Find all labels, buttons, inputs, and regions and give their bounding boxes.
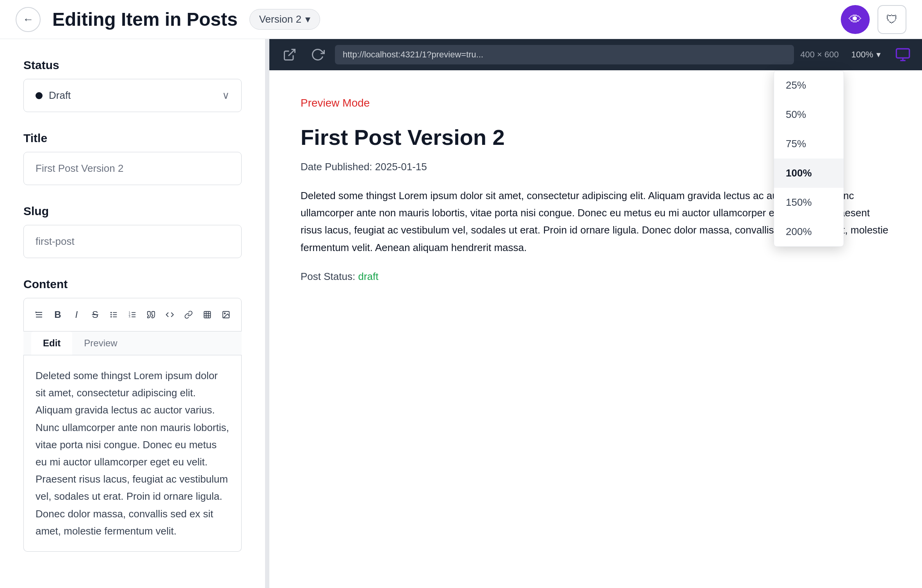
- title-value: First Post Version 2: [36, 162, 123, 175]
- browser-open-icon[interactable]: [279, 44, 301, 66]
- toolbar-table-icon[interactable]: [200, 305, 215, 325]
- zoom-option-200[interactable]: 200%: [774, 217, 844, 246]
- toolbar-bold-icon[interactable]: B: [50, 305, 65, 325]
- toolbar-strikethrough-icon[interactable]: S: [88, 305, 103, 325]
- zoom-arrow-icon: ▾: [876, 50, 881, 60]
- back-arrow-icon: ←: [23, 13, 34, 26]
- editor-container: B I S 1.2.3.: [23, 298, 242, 552]
- toolbar-blockquote-icon[interactable]: [144, 305, 158, 325]
- toolbar-link-icon[interactable]: [181, 305, 196, 325]
- version-arrow-icon: ▾: [305, 13, 310, 25]
- toolbar-ordered-list-icon[interactable]: 1.2.3.: [125, 305, 140, 325]
- preview-toggle-button[interactable]: 👁: [841, 5, 870, 34]
- slug-field-group: Slug first-post: [23, 205, 242, 258]
- toolbar-text-icon[interactable]: [32, 305, 46, 325]
- zoom-dropdown: 25% 50% 75% 100% 150% 200%: [774, 70, 844, 247]
- browser-dimensions: 400 × 600: [800, 50, 838, 60]
- browser-refresh-icon[interactable]: [307, 44, 329, 66]
- shield-button[interactable]: 🛡: [878, 5, 906, 34]
- slug-input[interactable]: first-post: [23, 225, 242, 258]
- content-field-group: Content B I S 1.2.3.: [23, 278, 242, 552]
- preview-status: Post Status: draft: [301, 268, 891, 285]
- svg-rect-20: [896, 49, 909, 58]
- version-label: Version 2: [259, 13, 301, 25]
- page-title: Editing Item in Posts: [52, 9, 238, 30]
- preview-status-value: draft: [358, 271, 378, 282]
- editor-tabs: Edit Preview: [23, 331, 242, 355]
- left-panel: Status Draft ∨ Title First Post Version …: [0, 39, 265, 588]
- title-field-group: Title First Post Version 2: [23, 132, 242, 185]
- version-selector[interactable]: Version 2 ▾: [249, 9, 320, 30]
- title-label: Title: [23, 132, 242, 145]
- svg-point-18: [224, 313, 225, 314]
- toolbar-code-icon[interactable]: [162, 305, 177, 325]
- zoom-option-50[interactable]: 50%: [774, 100, 844, 129]
- editor-toolbar: B I S 1.2.3.: [23, 298, 242, 331]
- right-panel: http://localhost:4321/1?preview=tru... 4…: [269, 39, 922, 588]
- back-button[interactable]: ←: [16, 7, 41, 32]
- content-editor[interactable]: Deleted some thingst Lorem ipsum dolor s…: [23, 355, 242, 552]
- svg-text:3.: 3.: [129, 315, 131, 318]
- browser-zoom-selector[interactable]: 100% ▾: [845, 46, 887, 64]
- status-field-group: Status Draft ∨: [23, 59, 242, 112]
- preview-status-label: Post Status:: [301, 271, 355, 282]
- header-actions: 👁 🛡: [841, 5, 906, 34]
- zoom-option-100[interactable]: 100%: [774, 159, 844, 188]
- zoom-value: 100%: [851, 50, 873, 60]
- svg-point-4: [110, 314, 112, 315]
- browser-layout-icon[interactable]: [893, 45, 913, 64]
- status-left: Draft: [36, 89, 71, 102]
- svg-line-19: [288, 50, 295, 56]
- content-body-text: Deleted some thingst Lorem ipsum dolor s…: [36, 370, 229, 537]
- tab-edit[interactable]: Edit: [31, 331, 72, 355]
- panel-divider: [265, 39, 269, 588]
- status-label: Status: [23, 59, 242, 72]
- preview-date-label: Date Published:: [301, 161, 372, 173]
- toolbar-italic-icon[interactable]: I: [69, 305, 84, 325]
- title-input[interactable]: First Post Version 2: [23, 152, 242, 185]
- slug-value: first-post: [36, 235, 75, 248]
- toolbar-bullet-list-icon[interactable]: [107, 305, 121, 325]
- browser-url-bar[interactable]: http://localhost:4321/1?preview=tru...: [335, 45, 794, 64]
- svg-rect-12: [204, 312, 211, 318]
- status-dropdown[interactable]: Draft ∨: [23, 79, 242, 112]
- svg-point-5: [110, 316, 112, 318]
- content-label: Content: [23, 278, 242, 291]
- main-layout: Status Draft ∨ Title First Post Version …: [0, 39, 922, 588]
- header: ← Editing Item in Posts Version 2 ▾ 👁 🛡: [0, 0, 922, 39]
- toolbar-image-icon[interactable]: [219, 305, 233, 325]
- tab-preview[interactable]: Preview: [72, 331, 129, 355]
- eye-icon: 👁: [849, 12, 862, 27]
- slug-label: Slug: [23, 205, 242, 218]
- zoom-option-75[interactable]: 75%: [774, 129, 844, 159]
- zoom-option-25[interactable]: 25%: [774, 71, 844, 100]
- shield-icon: 🛡: [886, 13, 898, 26]
- status-value: Draft: [49, 89, 71, 102]
- zoom-option-150[interactable]: 150%: [774, 188, 844, 217]
- browser-bar: http://localhost:4321/1?preview=tru... 4…: [269, 39, 922, 70]
- svg-point-3: [110, 312, 112, 314]
- status-dot-icon: [36, 92, 43, 99]
- chevron-down-icon: ∨: [222, 89, 230, 102]
- preview-date-value: 2025-01-15: [375, 161, 427, 173]
